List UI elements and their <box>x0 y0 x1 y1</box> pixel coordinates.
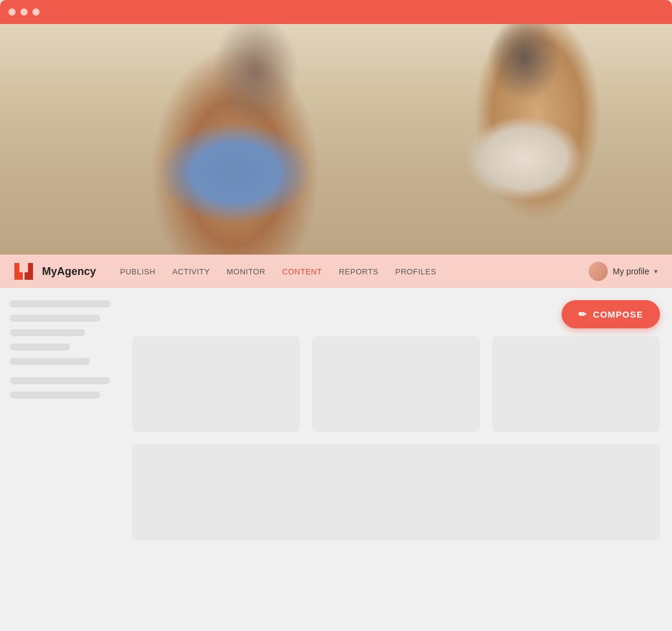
content-card <box>492 336 660 432</box>
nav-links: PUBLISH ACTIVITY MONITOR CONTENT REPORTS… <box>120 267 589 276</box>
content-card-wide <box>132 444 660 540</box>
content-area: ✏ COMPOSE <box>120 288 672 631</box>
compose-button[interactable]: ✏ COMPOSE <box>562 300 660 328</box>
main-content: ✏ COMPOSE <box>0 288 672 631</box>
skeleton-line <box>10 329 85 336</box>
skeleton-line <box>10 377 110 384</box>
content-card <box>312 336 480 432</box>
logo-area[interactable]: MyAgency <box>14 263 96 280</box>
sidebar <box>0 288 120 631</box>
window-controls-bar <box>0 0 672 24</box>
nav-reports[interactable]: REPORTS <box>339 267 379 276</box>
skeleton-line <box>10 343 70 351</box>
nav-monitor[interactable]: MONITOR <box>227 267 266 276</box>
sidebar-skeleton <box>10 300 110 399</box>
avatar <box>589 262 608 281</box>
window-dot-red <box>8 8 16 16</box>
nav-publish[interactable]: PUBLISH <box>120 267 155 276</box>
nav-profiles[interactable]: PROFILES <box>395 267 436 276</box>
skeleton-line <box>10 391 100 399</box>
navbar: MyAgency PUBLISH ACTIVITY MONITOR CONTEN… <box>0 255 672 288</box>
hero-image <box>0 0 672 288</box>
window-dot-yellow <box>20 8 28 16</box>
logo-text: MyAgency <box>42 265 96 278</box>
profile-label: My profile <box>613 267 649 276</box>
content-card <box>132 336 300 432</box>
nav-profile[interactable]: My profile ▾ <box>589 262 658 281</box>
nav-activity[interactable]: ACTIVITY <box>172 267 210 276</box>
content-grid <box>132 336 660 432</box>
nav-content[interactable]: CONTENT <box>282 267 322 276</box>
skeleton-line <box>10 358 90 365</box>
pencil-icon: ✏ <box>578 309 587 320</box>
logo-icon <box>14 263 36 280</box>
browser-window: MyAgency PUBLISH ACTIVITY MONITOR CONTEN… <box>0 0 672 288</box>
skeleton-line <box>10 300 110 307</box>
logo-right <box>25 263 33 280</box>
window-dot-green <box>32 8 40 16</box>
skeleton-line <box>10 315 100 322</box>
compose-label: COMPOSE <box>593 309 643 319</box>
chevron-down-icon: ▾ <box>654 267 658 276</box>
logo-left <box>14 263 23 280</box>
